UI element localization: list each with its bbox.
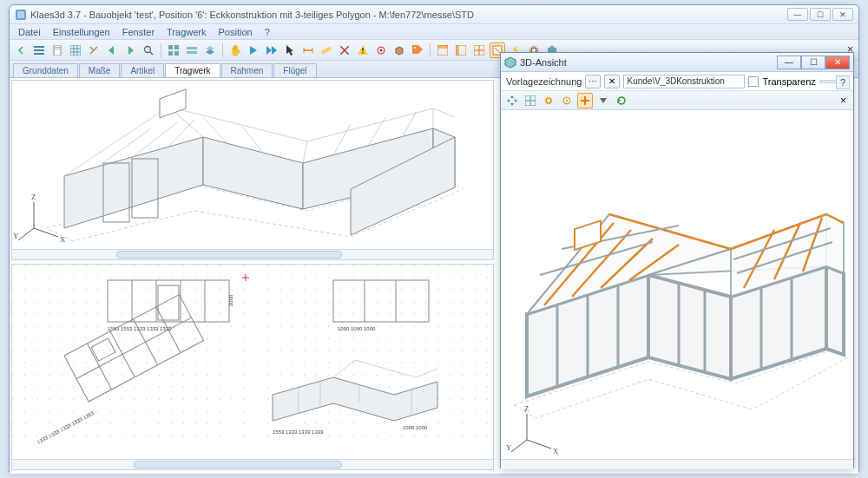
- app-icon: [15, 9, 27, 21]
- stack-icon[interactable]: [184, 43, 200, 58]
- vorlagezeichnung-field[interactable]: [623, 75, 745, 88]
- menu-help[interactable]: ?: [260, 26, 275, 38]
- menu-datei[interactable]: Datei: [13, 26, 46, 38]
- minimize-button[interactable]: —: [787, 8, 808, 21]
- layers-icon[interactable]: [202, 43, 218, 58]
- arrow-right-icon[interactable]: [122, 43, 138, 58]
- tab-tragwerk[interactable]: Tragwerk: [165, 63, 220, 77]
- maximize-button[interactable]: ☐: [810, 8, 831, 21]
- multi-view-pane[interactable]: 1553 1553 1333 1333 1333 2000 1000 1000 …: [11, 264, 494, 470]
- box-icon[interactable]: [391, 43, 407, 58]
- dropdown-icon[interactable]: [595, 93, 611, 108]
- multi-view-drawing: 1553 1553 1333 1333 1333 2000 1000 1000 …: [12, 265, 494, 461]
- svg-rect-5: [54, 45, 61, 56]
- pointer-icon[interactable]: [282, 43, 298, 58]
- tag-icon[interactable]: [410, 43, 425, 58]
- tab-rahmen[interactable]: Rahmen: [221, 63, 273, 77]
- thumbnails-icon[interactable]: [166, 43, 181, 58]
- clear-button[interactable]: ✕: [604, 75, 620, 88]
- svg-rect-53: [160, 89, 186, 118]
- menu-tragwerk[interactable]: Tragwerk: [161, 26, 211, 38]
- svg-rect-18: [174, 51, 179, 56]
- panel-close-button[interactable]: ✕: [825, 56, 850, 69]
- svg-rect-2: [34, 46, 44, 48]
- document-icon[interactable]: [49, 43, 65, 58]
- dimension-icon[interactable]: [300, 43, 316, 58]
- svg-text:Z: Z: [524, 404, 529, 413]
- target2-icon[interactable]: [559, 93, 575, 108]
- refresh-icon[interactable]: [614, 93, 629, 108]
- target-icon[interactable]: [373, 43, 389, 58]
- svg-line-50: [333, 124, 351, 155]
- panel-toolbar-close-icon[interactable]: ×: [837, 95, 850, 107]
- panel-maximize-button[interactable]: ☐: [801, 56, 825, 69]
- svg-point-31: [414, 47, 416, 49]
- layout3-icon[interactable]: [471, 43, 487, 58]
- layout1-icon[interactable]: [435, 43, 450, 58]
- svg-text:1000 1000: 1000 1000: [403, 425, 428, 430]
- tab-grunddaten[interactable]: Grunddaten: [13, 63, 78, 77]
- svg-rect-15: [168, 45, 173, 49]
- menu-fenster[interactable]: Fenster: [117, 26, 160, 38]
- help-button[interactable]: ?: [836, 75, 850, 89]
- scrollbar-horizontal[interactable]: [12, 459, 493, 469]
- arrows-icon[interactable]: [504, 93, 520, 108]
- plus-icon[interactable]: [577, 93, 593, 108]
- svg-rect-8: [70, 45, 81, 56]
- svg-rect-19: [187, 47, 197, 49]
- forward-icon[interactable]: [264, 43, 279, 58]
- svg-text:1000 1000 1000: 1000 1000 1000: [338, 326, 376, 331]
- svg-text:1553 1333 1333 1333: 1553 1333 1333 1333: [273, 429, 324, 435]
- panel-titlebar[interactable]: 3D-Ansicht — ☐ ✕: [501, 53, 853, 72]
- cross-icon[interactable]: [337, 43, 352, 58]
- svg-point-13: [145, 46, 151, 52]
- menu-einstellungen[interactable]: Einstellungen: [48, 26, 115, 38]
- link-icon[interactable]: [541, 93, 556, 108]
- transparenz-checkbox[interactable]: [748, 76, 759, 87]
- tools-icon[interactable]: [86, 43, 102, 58]
- svg-point-30: [380, 49, 383, 51]
- svg-rect-3: [34, 49, 44, 51]
- svg-text:Y: Y: [506, 443, 512, 452]
- panel-title: 3D-Ansicht: [520, 57, 777, 68]
- close-button[interactable]: ✕: [832, 8, 853, 21]
- tab-masse[interactable]: Maße: [79, 63, 121, 77]
- play-icon[interactable]: [246, 43, 261, 58]
- panel-3d-viewport[interactable]: Z X Y: [501, 110, 853, 459]
- grid-icon[interactable]: [68, 43, 83, 58]
- menu-position[interactable]: Position: [213, 26, 257, 38]
- panel-3d-ansicht: 3D-Ansicht — ☐ ✕ Vorlagezeichnung ⋯ ✕ Tr…: [500, 52, 854, 468]
- panel-minimize-button[interactable]: —: [777, 56, 801, 69]
- tab-fluegel[interactable]: Flügel: [273, 63, 316, 77]
- browse-button[interactable]: ⋯: [585, 75, 601, 88]
- svg-text:2000: 2000: [228, 294, 233, 306]
- measure-icon[interactable]: [319, 43, 334, 58]
- warning-icon[interactable]: [355, 43, 371, 58]
- scrollbar-horizontal[interactable]: [12, 249, 493, 259]
- search-icon[interactable]: [141, 43, 156, 58]
- svg-text:X: X: [553, 447, 559, 455]
- layout2-icon[interactable]: [453, 43, 469, 58]
- panel-scrollbar-horizontal[interactable]: [501, 459, 853, 469]
- svg-text:Y: Y: [13, 232, 19, 240]
- list-icon[interactable]: [31, 43, 47, 58]
- svg-rect-1: [17, 11, 24, 18]
- toolbar-separator: [430, 43, 431, 57]
- tab-artikel[interactable]: Artikel: [121, 63, 164, 77]
- svg-rect-7: [55, 49, 60, 49]
- window-controls: — ☐ ✕: [787, 8, 853, 21]
- svg-text:Z: Z: [31, 193, 36, 201]
- svg-line-14: [150, 52, 153, 55]
- grid3-icon[interactable]: [523, 93, 538, 108]
- chevron-left-icon[interactable]: [13, 43, 29, 58]
- svg-rect-24: [321, 46, 332, 54]
- vorlagezeichnung-label: Vorlagezeichnung: [506, 76, 582, 87]
- arrow-left-icon[interactable]: [104, 43, 120, 58]
- window-title: Klaes3d 3.7 - Bauobjekt 'test', Position…: [30, 10, 787, 20]
- svg-rect-35: [456, 45, 459, 56]
- isometric-view-pane[interactable]: Z X Y: [11, 80, 494, 260]
- hand-icon[interactable]: ✋: [227, 43, 243, 58]
- svg-rect-4: [34, 53, 44, 55]
- svg-line-56: [18, 228, 34, 240]
- svg-line-55: [34, 228, 58, 237]
